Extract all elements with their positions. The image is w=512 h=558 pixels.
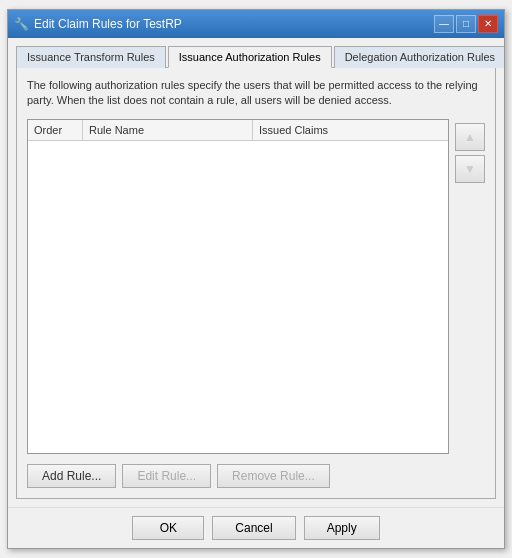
close-button[interactable]: ✕	[478, 15, 498, 33]
window-title: Edit Claim Rules for TestRP	[34, 17, 182, 31]
side-buttons: ▲ ▼	[455, 119, 485, 454]
tab-delegation-auth[interactable]: Delegation Authorization Rules	[334, 46, 504, 68]
arrow-up-icon: ▲	[464, 130, 476, 144]
column-header-order: Order	[28, 120, 83, 140]
main-window: 🔧 Edit Claim Rules for TestRP — □ ✕ Issu…	[7, 9, 505, 549]
tab-issuance-auth[interactable]: Issuance Authorization Rules	[168, 46, 332, 68]
tab-content: The following authorization rules specif…	[16, 67, 496, 499]
remove-rule-button[interactable]: Remove Rule...	[217, 464, 330, 488]
table-area: Order Rule Name Issued Claims ▲ ▼	[27, 119, 485, 454]
window-icon: 🔧	[14, 17, 28, 31]
move-up-button[interactable]: ▲	[455, 123, 485, 151]
table-body[interactable]	[28, 141, 448, 453]
table-header: Order Rule Name Issued Claims	[28, 120, 448, 141]
rules-table: Order Rule Name Issued Claims	[27, 119, 449, 454]
tab-issuance-transform[interactable]: Issuance Transform Rules	[16, 46, 166, 68]
edit-rule-button[interactable]: Edit Rule...	[122, 464, 211, 488]
column-header-rule-name: Rule Name	[83, 120, 253, 140]
tab-strip: Issuance Transform Rules Issuance Author…	[16, 46, 496, 68]
action-buttons: Add Rule... Edit Rule... Remove Rule...	[27, 464, 485, 488]
title-bar: 🔧 Edit Claim Rules for TestRP — □ ✕	[8, 10, 504, 38]
window-body: Issuance Transform Rules Issuance Author…	[8, 38, 504, 507]
column-header-issued-claims: Issued Claims	[253, 120, 448, 140]
arrow-down-icon: ▼	[464, 162, 476, 176]
minimize-button[interactable]: —	[434, 15, 454, 33]
ok-button[interactable]: OK	[132, 516, 204, 540]
maximize-button[interactable]: □	[456, 15, 476, 33]
apply-button[interactable]: Apply	[304, 516, 380, 540]
description-text: The following authorization rules specif…	[27, 78, 485, 109]
add-rule-button[interactable]: Add Rule...	[27, 464, 116, 488]
move-down-button[interactable]: ▼	[455, 155, 485, 183]
dialog-footer: OK Cancel Apply	[8, 507, 504, 548]
cancel-button[interactable]: Cancel	[212, 516, 295, 540]
